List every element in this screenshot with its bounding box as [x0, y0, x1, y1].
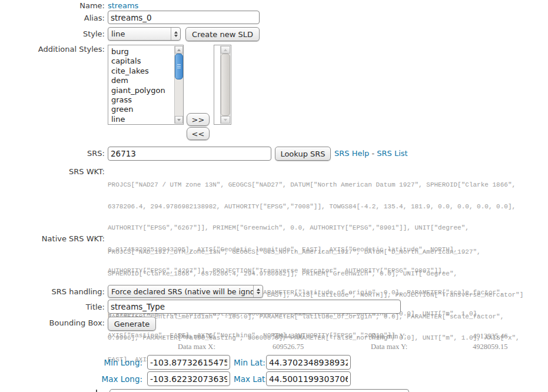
scroll-down-icon[interactable] [221, 116, 230, 124]
available-styles-scrollbar[interactable] [174, 46, 183, 124]
max-long-input[interactable] [147, 371, 230, 386]
list-item[interactable]: burg [108, 47, 183, 57]
move-right-button[interactable]: >> [187, 113, 210, 126]
list-item[interactable]: green [108, 105, 183, 114]
bounding-box-label: Bounding Box: [0, 318, 105, 327]
data-min-x-value: 589443.06 [273, 332, 304, 341]
list-item[interactable]: capitals [108, 57, 183, 66]
clipped-label-fragment [96, 390, 97, 392]
list-item[interactable]: giant_polygon [108, 86, 183, 95]
scroll-up-icon[interactable] [175, 46, 183, 54]
min-long-label: Min Long: [0, 358, 142, 367]
link-separator: - [371, 149, 374, 158]
list-item[interactable]: line [108, 115, 183, 124]
clipped-input[interactable] [109, 389, 409, 392]
generate-button[interactable]: Generate [108, 317, 156, 331]
title-input[interactable] [108, 300, 401, 314]
layer-config-form: Name: streams Alias: Style: line Create … [0, 0, 548, 392]
style-label: Style: [0, 29, 105, 38]
alias-input[interactable] [108, 11, 260, 24]
data-max-y-value: 4928059.15 [473, 343, 507, 351]
style-selected-value: line [108, 29, 171, 38]
data-max-x-label: Data max X: [178, 343, 215, 351]
list-item[interactable]: grass [108, 95, 183, 105]
lookup-srs-button[interactable]: Lookup SRS [275, 147, 331, 161]
scroll-down-icon[interactable] [175, 116, 183, 124]
additional-styles-label: Additional Styles: [0, 45, 105, 54]
scrollbar-thumb[interactable] [175, 54, 183, 79]
name-value-link[interactable]: streams [108, 1, 138, 10]
min-lat-input[interactable] [266, 355, 351, 370]
max-lat-input[interactable] [266, 371, 351, 386]
selected-styles-list[interactable] [214, 45, 231, 125]
data-min-x-label: Data min X: [178, 332, 214, 341]
data-min-y-label: Data min Y: [371, 332, 406, 341]
srs-list-link[interactable]: SRS List [377, 149, 407, 158]
min-lat-label: Min Lat: [234, 358, 265, 367]
list-item[interactable]: dem [108, 76, 183, 85]
available-styles-list[interactable]: burg capitals cite_lakes dem giant_polyg… [108, 45, 184, 125]
title-label: Title: [0, 303, 105, 311]
native-srs-wkt-label: Native SRS WKT: [0, 234, 105, 243]
spinner-icon [171, 28, 180, 40]
srs-wkt-label: SRS WKT: [0, 167, 105, 176]
style-select[interactable]: line [108, 27, 181, 41]
move-left-button[interactable]: << [187, 127, 210, 140]
scroll-up-icon[interactable] [221, 46, 230, 54]
spinner-icon [253, 285, 263, 297]
list-item[interactable]: cite_lakes [108, 67, 183, 76]
min-long-input[interactable] [147, 355, 230, 370]
srs-handling-selected-value: Force declared SRS (native will be ignor… [108, 287, 253, 296]
create-new-sld-button[interactable]: Create new SLD [185, 27, 260, 41]
selected-styles-scrollbar[interactable] [220, 46, 230, 124]
srs-input[interactable] [108, 147, 271, 161]
name-label: Name: [0, 1, 105, 10]
srs-label: SRS: [0, 149, 105, 158]
max-lat-label: Max Lat: [234, 374, 268, 384]
srs-handling-select[interactable]: Force declared SRS (native will be ignor… [108, 285, 263, 298]
scrollbar-thumb[interactable] [221, 54, 230, 116]
data-max-y-label: Data max Y: [371, 343, 407, 351]
srs-handling-label: SRS handling: [0, 287, 105, 296]
alias-label: Alias: [0, 14, 105, 22]
data-min-y-value: 4913935.46 [473, 332, 507, 341]
max-long-label: Max Long: [0, 374, 142, 384]
data-max-x-value: 609526.75 [273, 343, 304, 351]
srs-help-link[interactable]: SRS Help [334, 149, 369, 158]
